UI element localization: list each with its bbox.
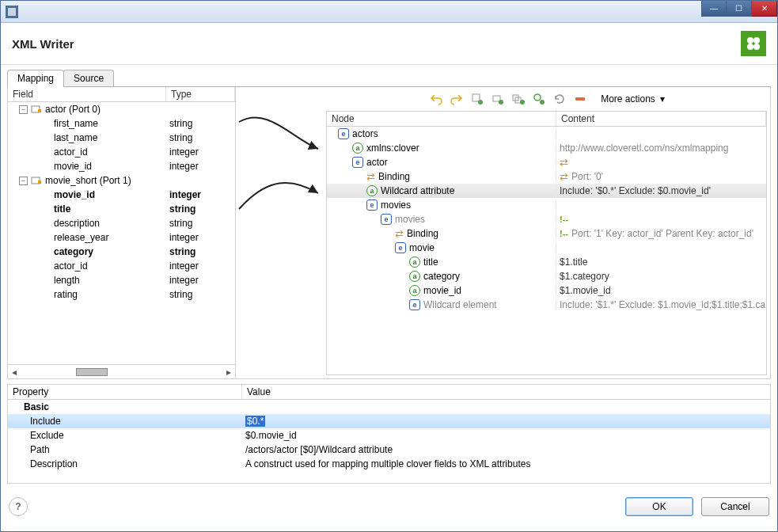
fields-header-type: Type — [166, 87, 235, 101]
node-content: $1.movie_id — [560, 285, 611, 296]
property-name: Description — [8, 458, 242, 469]
field-type: integer — [166, 188, 235, 201]
field-type: integer — [166, 274, 235, 287]
node-label: Binding — [407, 228, 438, 239]
field-label: first_name — [54, 118, 98, 129]
svg-rect-6 — [38, 109, 41, 112]
field-label: movie_id — [54, 189, 95, 200]
maximize-button[interactable]: ☐ — [727, 1, 752, 17]
field-row[interactable]: actor_idinteger — [8, 259, 235, 273]
scroll-thumb[interactable] — [76, 368, 108, 376]
node-content: $1.title — [560, 256, 587, 268]
node-label: Wildcard element — [423, 299, 497, 310]
tab-source[interactable]: Source — [63, 70, 114, 86]
node-row[interactable]: axmlns:cloverhttp://www.cloveretl.com/ns… — [327, 141, 766, 155]
binding-icon: ⇄ — [395, 229, 404, 239]
element-icon: e — [395, 242, 406, 253]
property-row[interactable]: DescriptionA construct used for mapping … — [8, 457, 770, 471]
node-row[interactable]: emovies — [327, 198, 766, 212]
node-row[interactable]: emovie — [327, 241, 766, 255]
scroll-left-icon[interactable]: ◂ — [8, 366, 21, 378]
svg-rect-8 — [38, 180, 41, 184]
node-body[interactable]: eactorsaxmlns:cloverhttp://www.cloveretl… — [327, 127, 766, 374]
tab-mapping[interactable]: Mapping — [7, 70, 64, 86]
ok-button[interactable]: OK — [625, 497, 693, 516]
node-row[interactable]: eactors — [327, 127, 766, 141]
element-icon: e — [381, 214, 392, 225]
port-icon — [31, 175, 42, 186]
add-green-icon[interactable] — [531, 91, 547, 107]
dialog-footer: ? OK Cancel — [9, 488, 769, 525]
node-row[interactable]: amovie_id$1.movie_id — [327, 283, 766, 298]
field-row[interactable]: actor_idinteger — [8, 145, 235, 159]
field-row[interactable]: movie_idinteger — [8, 159, 235, 173]
svg-point-4 — [753, 44, 760, 50]
svg-point-15 — [520, 100, 525, 104]
field-row[interactable]: first_namestring — [8, 116, 235, 131]
help-button[interactable]: ? — [9, 497, 28, 516]
undo-icon[interactable] — [428, 91, 444, 107]
property-row[interactable]: Include$0.* — [8, 414, 770, 428]
refresh-icon[interactable] — [552, 91, 567, 107]
node-toolbar: More actions ▾ — [323, 87, 770, 111]
field-row[interactable]: descriptionstring — [8, 216, 235, 230]
field-row[interactable]: −actor (Port 0) — [8, 102, 235, 116]
node-header-content: Content — [556, 112, 766, 126]
node-row[interactable]: eactor⇄ — [327, 155, 766, 169]
field-row[interactable]: titlestring — [8, 202, 235, 216]
node-content: Port: '0' — [571, 171, 603, 182]
field-row[interactable]: −movie_short (Port 1) — [8, 173, 235, 188]
binding-icon: ⇄ — [366, 172, 375, 182]
property-row[interactable]: Path/actors/actor [$0]/Wildcard attribut… — [8, 443, 770, 457]
node-row[interactable]: ⇄Binding⇄Port: '0' — [327, 169, 766, 184]
close-button[interactable]: ✕ — [752, 1, 777, 17]
field-row[interactable]: ratingstring — [8, 287, 235, 302]
node-row[interactable]: eWildcard elementInclude: '$1.*' Exclude… — [327, 298, 766, 312]
delete-icon[interactable] — [572, 91, 588, 107]
redo-icon[interactable] — [449, 91, 465, 107]
binding-icon: ⇄ — [560, 172, 568, 182]
node-row[interactable]: atitle$1.title — [327, 255, 766, 269]
comment-marker-icon: !-- — [560, 229, 568, 238]
field-label: movie_id — [54, 161, 92, 172]
app-icon — [6, 6, 18, 18]
expand-toggle-icon[interactable]: − — [19, 177, 28, 185]
add-element-icon[interactable] — [469, 91, 485, 107]
mapping-arrows — [236, 87, 323, 378]
property-value: A construct used for mapping multiple cl… — [245, 458, 530, 469]
fields-body[interactable]: −actor (Port 0)first_namestringlast_name… — [8, 102, 235, 364]
property-name: Exclude — [8, 430, 242, 441]
scroll-right-icon[interactable]: ▸ — [222, 366, 235, 378]
fields-header-field: Field — [8, 87, 166, 101]
svg-rect-9 — [472, 94, 480, 101]
more-actions-menu[interactable]: More actions ▾ — [601, 93, 665, 104]
node-table: Node Content eactorsaxmlns:cloverhttp://… — [326, 111, 767, 375]
expand-toggle-icon[interactable]: − — [19, 105, 28, 114]
node-row[interactable]: ⇄Binding!--Port: '1' Key: actor_id' Pare… — [327, 226, 766, 241]
property-panel: Property Value BasicInclude$0.*Exclude$0… — [7, 384, 771, 484]
property-body[interactable]: BasicInclude$0.*Exclude$0.movie_idPath/a… — [8, 400, 770, 483]
property-value: /actors/actor [$0]/Wildcard attribute — [245, 444, 393, 455]
minimize-button[interactable]: — — [701, 1, 727, 17]
property-name: Path — [8, 444, 242, 455]
field-label: length — [54, 275, 80, 286]
horizontal-scrollbar[interactable]: ◂ ▸ — [8, 364, 235, 378]
node-row[interactable]: aWildcard attributeInclude: '$0.*' Exclu… — [327, 184, 766, 198]
element-icon: e — [352, 157, 363, 168]
field-row[interactable]: movie_idinteger — [8, 188, 235, 202]
cancel-button[interactable]: Cancel — [701, 497, 769, 516]
property-row[interactable]: Exclude$0.movie_id — [8, 428, 770, 443]
node-row[interactable]: emovies!-- — [327, 212, 766, 226]
node-content: Include: '$1.*' Exclude: $1.movie_id;$1.… — [560, 299, 766, 310]
port-icon — [31, 104, 42, 115]
add-attr-icon[interactable] — [490, 91, 506, 107]
field-row[interactable]: release_yearinteger — [8, 230, 235, 245]
svg-rect-18 — [575, 97, 585, 101]
field-row[interactable]: categorystring — [8, 245, 235, 259]
field-type: string — [166, 117, 235, 130]
node-row[interactable]: acategory$1.category — [327, 269, 766, 283]
field-row[interactable]: last_namestring — [8, 131, 235, 145]
add-multi-icon[interactable] — [510, 91, 526, 107]
field-row[interactable]: lengthinteger — [8, 273, 235, 287]
field-type: integer — [166, 231, 235, 244]
